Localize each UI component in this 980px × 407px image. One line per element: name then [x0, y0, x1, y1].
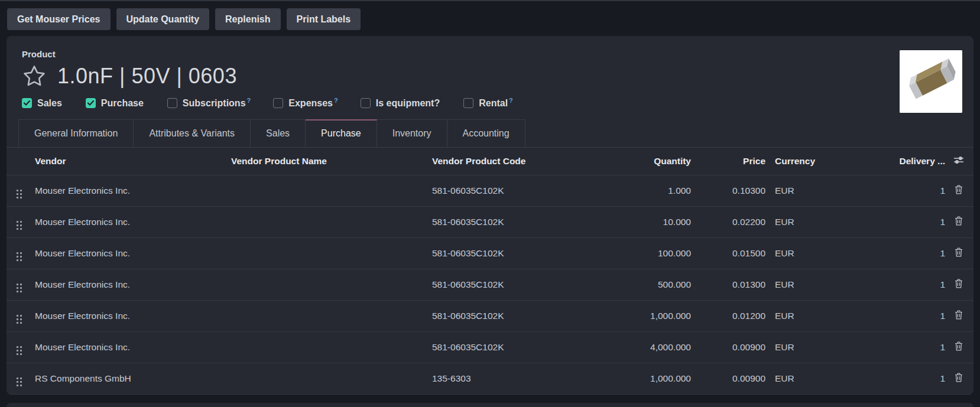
- price-cell[interactable]: 0.02200: [696, 207, 770, 238]
- checkbox-subscriptions[interactable]: Subscriptions?: [167, 97, 251, 109]
- checkbox-purchase[interactable]: Purchase: [86, 97, 145, 109]
- table-row[interactable]: Mouser Electronics Inc. 581-06035C102K 1…: [7, 238, 973, 269]
- checkbox-rental[interactable]: Rental?: [463, 97, 513, 109]
- column-vendor-product-name[interactable]: Vendor Product Name: [226, 148, 427, 175]
- vendor-cell[interactable]: Mouser Electronics Inc.: [30, 269, 226, 301]
- currency-cell[interactable]: EUR: [770, 301, 867, 332]
- drag-handle-icon[interactable]: [17, 252, 22, 261]
- vendor-product-code-cell[interactable]: 581-06035C102K: [427, 238, 606, 269]
- drag-handle-icon[interactable]: [17, 284, 22, 292]
- vendor-product-code-cell[interactable]: 581-06035C102K: [427, 269, 606, 301]
- delivery-cell[interactable]: 1: [867, 301, 950, 332]
- drag-handle-icon[interactable]: [17, 221, 22, 230]
- price-cell[interactable]: 0.00900: [696, 363, 770, 395]
- tab-general-information[interactable]: General Information: [18, 119, 134, 147]
- expenses-checkbox-box[interactable]: [273, 98, 283, 108]
- product-image[interactable]: [900, 50, 962, 113]
- delete-row-icon[interactable]: [955, 216, 963, 226]
- delete-row-icon[interactable]: [955, 373, 963, 382]
- delete-row-icon[interactable]: [955, 341, 963, 351]
- tab-attributes-variants[interactable]: Attributes & Variants: [134, 119, 251, 147]
- vendor-cell[interactable]: Mouser Electronics Inc.: [30, 238, 226, 269]
- drag-handle-icon[interactable]: [17, 315, 22, 324]
- column-vendor-product-code[interactable]: Vendor Product Code: [427, 148, 606, 175]
- column-quantity[interactable]: Quantity: [606, 148, 696, 175]
- quantity-cell[interactable]: 1,000.000: [606, 363, 696, 395]
- vendor-product-name-cell[interactable]: [226, 207, 427, 238]
- column-delivery[interactable]: Delivery ...: [867, 148, 950, 175]
- table-row[interactable]: Mouser Electronics Inc. 581-06035C102K 5…: [7, 269, 973, 301]
- delivery-cell[interactable]: 1: [867, 207, 950, 238]
- quantity-cell[interactable]: 500.000: [606, 269, 696, 301]
- currency-cell[interactable]: EUR: [770, 269, 867, 301]
- quantity-cell[interactable]: 100.000: [606, 238, 696, 269]
- vendor-cell[interactable]: Mouser Electronics Inc.: [30, 175, 226, 207]
- tab-inventory[interactable]: Inventory: [377, 119, 447, 147]
- update-quantity-button[interactable]: Update Quantity: [116, 8, 210, 30]
- price-cell[interactable]: 0.00900: [696, 332, 770, 363]
- delete-row-icon[interactable]: [955, 310, 963, 320]
- currency-cell[interactable]: EUR: [770, 332, 867, 363]
- quantity-cell[interactable]: 1,000.000: [606, 301, 696, 332]
- vendor-cell[interactable]: RS Components GmbH: [30, 363, 226, 395]
- vendor-cell[interactable]: Mouser Electronics Inc.: [30, 332, 226, 363]
- table-row[interactable]: Mouser Electronics Inc. 581-06035C102K 4…: [7, 332, 973, 363]
- purchase-checkbox-box[interactable]: [86, 98, 96, 108]
- checkbox-sales[interactable]: Sales: [22, 97, 63, 109]
- currency-cell[interactable]: EUR: [770, 175, 867, 207]
- column-vendor[interactable]: Vendor: [30, 148, 226, 175]
- vendor-product-name-cell[interactable]: [226, 175, 427, 207]
- vendor-product-code-cell[interactable]: 581-06035C102K: [427, 301, 606, 332]
- delete-row-icon[interactable]: [955, 185, 963, 194]
- delete-row-icon[interactable]: [955, 279, 963, 288]
- delivery-cell[interactable]: 1: [867, 269, 950, 301]
- currency-cell[interactable]: EUR: [770, 363, 867, 395]
- drag-handle-icon[interactable]: [17, 190, 22, 198]
- table-row[interactable]: Mouser Electronics Inc. 581-06035C102K 1…: [7, 207, 973, 238]
- vendor-product-name-cell[interactable]: [226, 269, 427, 301]
- vendor-product-code-cell[interactable]: 581-06035C102K: [427, 207, 606, 238]
- price-cell[interactable]: 0.10300: [696, 175, 770, 207]
- column-currency[interactable]: Currency: [770, 148, 867, 175]
- drag-handle-icon[interactable]: [17, 377, 22, 386]
- quantity-cell[interactable]: 1.000: [606, 175, 696, 207]
- vendor-product-name-cell[interactable]: [226, 238, 427, 269]
- currency-cell[interactable]: EUR: [770, 207, 867, 238]
- currency-cell[interactable]: EUR: [770, 238, 867, 269]
- vendor-product-code-cell[interactable]: 581-06035C102K: [427, 175, 606, 207]
- delivery-cell[interactable]: 1: [867, 238, 950, 269]
- subscriptions-checkbox-box[interactable]: [167, 98, 177, 108]
- sales-checkbox-box[interactable]: [22, 98, 32, 108]
- replenish-button[interactable]: Replenish: [215, 8, 280, 30]
- drag-handle-icon[interactable]: [17, 346, 22, 355]
- tab-accounting[interactable]: Accounting: [447, 119, 525, 147]
- vendor-cell[interactable]: Mouser Electronics Inc.: [30, 207, 226, 238]
- delivery-cell[interactable]: 1: [867, 175, 950, 207]
- page-title[interactable]: 1.0nF | 50V | 0603: [57, 64, 237, 89]
- column-price[interactable]: Price: [696, 148, 770, 175]
- rental-checkbox-box[interactable]: [463, 98, 473, 108]
- optional-columns-icon[interactable]: [953, 155, 964, 165]
- delivery-cell[interactable]: 1: [867, 332, 950, 363]
- vendor-product-name-cell[interactable]: [226, 332, 427, 363]
- price-cell[interactable]: 0.01200: [696, 301, 770, 332]
- checkbox-expenses[interactable]: Expenses?: [273, 97, 338, 109]
- price-cell[interactable]: 0.01500: [696, 238, 770, 269]
- delete-row-icon[interactable]: [955, 248, 963, 257]
- get-mouser-prices-button[interactable]: Get Mouser Prices: [7, 8, 111, 30]
- tab-sales[interactable]: Sales: [251, 119, 306, 147]
- vendor-cell[interactable]: Mouser Electronics Inc.: [30, 301, 226, 332]
- vendor-product-code-cell[interactable]: 581-06035C102K: [427, 332, 606, 363]
- tab-purchase[interactable]: Purchase: [306, 119, 377, 147]
- table-row[interactable]: Mouser Electronics Inc. 581-06035C102K 1…: [7, 301, 973, 332]
- quantity-cell[interactable]: 4,000.000: [606, 332, 696, 363]
- table-row[interactable]: Mouser Electronics Inc. 581-06035C102K 1…: [7, 175, 973, 207]
- is-equipment-checkbox-box[interactable]: [361, 98, 371, 108]
- favorite-star-icon[interactable]: [22, 64, 47, 89]
- table-row[interactable]: RS Components GmbH 135-6303 1,000.000 0.…: [7, 363, 973, 395]
- quantity-cell[interactable]: 10.000: [606, 207, 696, 238]
- vendor-product-code-cell[interactable]: 135-6303: [427, 363, 606, 395]
- delivery-cell[interactable]: 1: [867, 363, 950, 395]
- vendor-product-name-cell[interactable]: [226, 363, 427, 395]
- checkbox-is-equipment[interactable]: Is equipment?: [361, 97, 441, 109]
